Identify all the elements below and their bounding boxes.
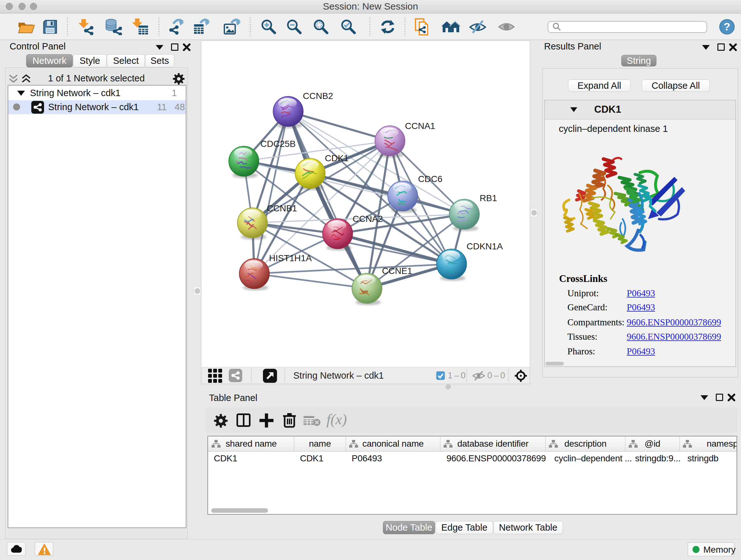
svg-text:HIST1H1A: HIST1H1A [269, 253, 312, 263]
svg-text:CCNB1: CCNB1 [267, 203, 297, 213]
svg-text:CDC25B: CDC25B [260, 139, 295, 149]
svg-text:CCNE1: CCNE1 [382, 266, 412, 276]
svg-text:?: ? [724, 20, 731, 33]
svg-text:CCNA1: CCNA1 [405, 121, 435, 131]
svg-text:CCNB2: CCNB2 [303, 91, 333, 101]
svg-text:CDK1: CDK1 [325, 153, 349, 163]
svg-text:CDKN1A: CDKN1A [467, 241, 503, 251]
svg-text:CDC6: CDC6 [418, 174, 442, 184]
svg-text:CCNA2: CCNA2 [353, 214, 383, 224]
svg-text:RB1: RB1 [480, 193, 497, 203]
